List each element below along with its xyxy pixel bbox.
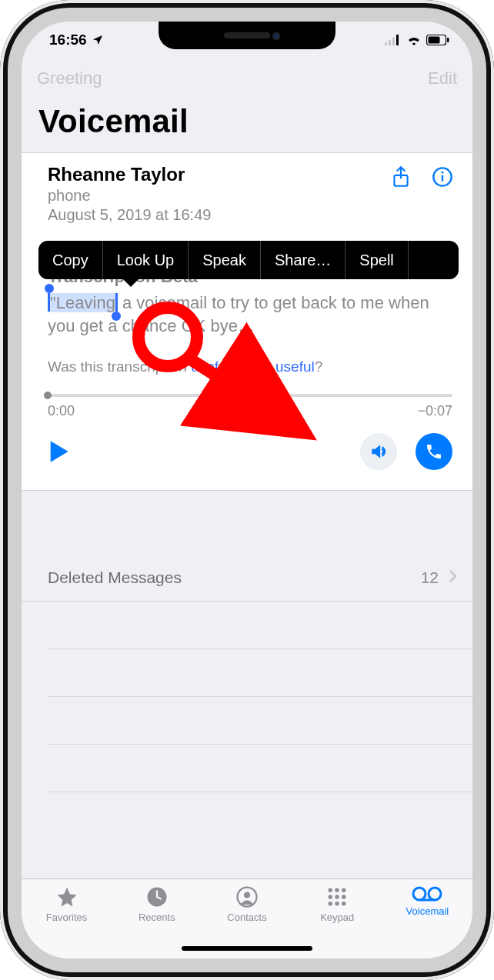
svg-point-15 <box>335 888 339 893</box>
clock-icon <box>145 885 169 908</box>
playback-slider[interactable] <box>48 394 452 397</box>
battery-icon <box>426 35 449 45</box>
nav-bar: Greeting Edit <box>22 58 472 98</box>
svg-rect-6 <box>447 38 449 42</box>
caller-name: Rheanne Taylor <box>48 164 389 185</box>
svg-point-17 <box>329 895 333 899</box>
deleted-messages-row[interactable]: Deleted Messages 12 <box>22 554 472 602</box>
page-title: Voicemail <box>38 103 189 140</box>
status-bar: 16:56 <box>22 22 472 58</box>
remaining-time: −0:07 <box>417 403 452 419</box>
share-button[interactable] <box>389 165 412 188</box>
svg-point-13 <box>244 892 250 898</box>
svg-point-21 <box>335 902 339 906</box>
svg-point-18 <box>335 895 339 899</box>
keypad-icon <box>325 885 349 908</box>
star-icon <box>55 885 79 908</box>
chevron-right-icon <box>448 568 457 587</box>
svg-rect-3 <box>396 35 399 45</box>
svg-point-22 <box>342 902 346 906</box>
svg-rect-1 <box>389 40 391 45</box>
menu-share[interactable]: Share… <box>261 241 345 279</box>
deleted-label: Deleted Messages <box>48 568 421 587</box>
menu-spell[interactable]: Spell <box>345 241 408 279</box>
greeting-button[interactable]: Greeting <box>37 68 102 88</box>
slider-knob[interactable] <box>44 392 52 399</box>
useful-link[interactable]: useful <box>191 358 230 375</box>
svg-point-16 <box>342 888 346 893</box>
svg-rect-2 <box>392 38 395 45</box>
cellular-icon <box>385 35 402 45</box>
selected-text[interactable]: "Leaving <box>50 293 115 312</box>
svg-point-24 <box>429 888 441 900</box>
wifi-icon <box>406 35 422 45</box>
tab-voicemail[interactable]: Voicemail <box>382 885 472 958</box>
svg-point-19 <box>342 895 346 899</box>
svg-point-20 <box>329 902 333 906</box>
svg-point-23 <box>413 888 426 900</box>
location-icon <box>92 34 104 46</box>
empty-list-lines <box>48 602 472 792</box>
device-frame: 16:56 Greeting Edit Voicemail Rheanne Ta… <box>0 0 494 980</box>
svg-rect-5 <box>429 37 440 44</box>
menu-lookup[interactable]: Look Up <box>103 241 189 279</box>
voicemail-icon <box>412 885 442 902</box>
caller-label: phone <box>48 187 389 205</box>
svg-point-10 <box>442 172 444 174</box>
screen: 16:56 Greeting Edit Voicemail Rheanne Ta… <box>22 22 472 958</box>
deleted-count: 12 <box>421 568 439 587</box>
home-indicator[interactable] <box>182 946 312 951</box>
status-time: 16:56 <box>49 32 87 48</box>
transcription-feedback: Was this transcription useful or not use… <box>48 358 457 375</box>
caller-date: August 5, 2019 at 16:49 <box>48 206 389 224</box>
menu-copy[interactable]: Copy <box>38 241 103 279</box>
tab-favorites[interactable]: Favorites <box>22 885 112 958</box>
speaker-button[interactable] <box>360 433 397 470</box>
info-button[interactable] <box>431 165 454 188</box>
not-useful-link[interactable]: not useful <box>251 358 314 375</box>
transcription-text[interactable]: "Leaving a voicemail to try to get back … <box>48 292 457 337</box>
text-context-menu: Copy Look Up Speak Share… Spell <box>38 241 459 279</box>
contact-icon <box>235 885 259 908</box>
svg-rect-0 <box>385 42 387 45</box>
callback-button[interactable] <box>416 433 452 470</box>
play-button[interactable] <box>48 439 69 464</box>
elapsed-time: 0:00 <box>48 403 75 419</box>
menu-speak[interactable]: Speak <box>189 241 261 279</box>
edit-button[interactable]: Edit <box>428 68 457 88</box>
voicemail-card: Rheanne Taylor phone August 5, 2019 at 1… <box>22 152 472 491</box>
svg-point-14 <box>329 888 333 893</box>
